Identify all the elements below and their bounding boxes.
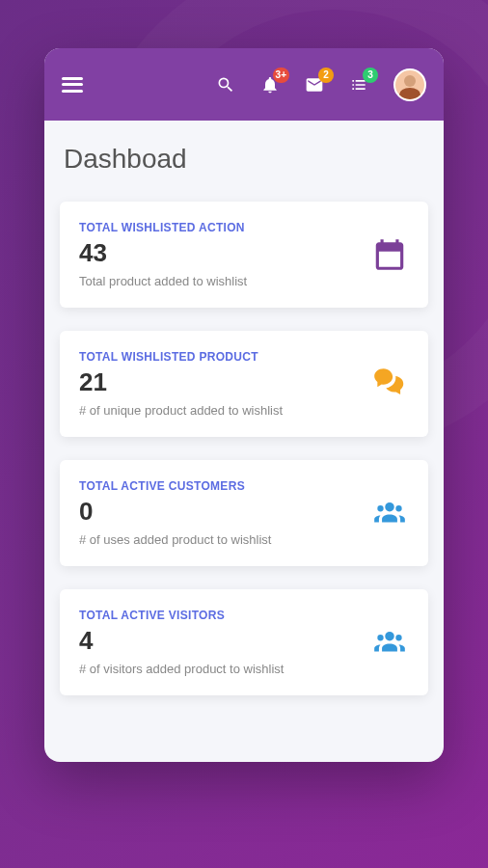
stat-card-active-customers: TOTAL ACTIVE CUSTOMERS 0 # of uses added…: [60, 460, 428, 566]
card-label: TOTAL WISHLISTED PRODUCT: [79, 350, 370, 364]
search-button[interactable]: [216, 75, 235, 95]
comments-icon: [370, 365, 409, 403]
messages-button[interactable]: 2: [305, 75, 324, 95]
card-value: 0: [79, 497, 370, 527]
content-area: Dashboad TOTAL WISHLISTED ACTION 43 Tota…: [44, 121, 444, 762]
notifications-button[interactable]: 3+: [260, 75, 280, 95]
menu-toggle-button[interactable]: [62, 77, 83, 93]
card-description: # of uses added product to wishlist: [79, 532, 370, 547]
notifications-badge: 3+: [273, 68, 289, 83]
search-icon: [216, 75, 235, 95]
topbar-actions: 3+ 2 3: [216, 68, 426, 101]
card-value: 43: [79, 238, 370, 268]
stat-card-wishlisted-action: TOTAL WISHLISTED ACTION 43 Total product…: [60, 202, 428, 308]
card-label: TOTAL ACTIVE CUSTOMERS: [79, 479, 370, 493]
tasks-button[interactable]: 3: [349, 75, 368, 95]
card-label: TOTAL WISHLISTED ACTION: [79, 221, 370, 234]
users-icon: [370, 494, 409, 532]
messages-badge: 2: [318, 68, 334, 83]
stat-card-wishlisted-product: TOTAL WISHLISTED PRODUCT 21 # of unique …: [60, 331, 428, 437]
card-description: # of unique product added to wishlist: [79, 403, 370, 418]
page-title: Dashboad: [64, 144, 428, 175]
topbar: 3+ 2 3: [44, 48, 444, 121]
calendar-icon: [370, 235, 409, 274]
app-container: 3+ 2 3 Dashboad TOTAL WISHLISTED ACTION …: [44, 48, 444, 762]
card-value: 21: [79, 367, 370, 397]
card-description: Total product added to wishlist: [79, 274, 370, 288]
card-description: # of visitors added product to wishlist: [79, 662, 370, 676]
card-value: 4: [79, 626, 370, 656]
stat-card-active-visitors: TOTAL ACTIVE VISITORS 4 # of visitors ad…: [60, 589, 428, 695]
user-avatar[interactable]: [393, 68, 426, 101]
card-label: TOTAL ACTIVE VISITORS: [79, 609, 370, 622]
users-icon: [370, 623, 409, 662]
tasks-badge: 3: [363, 68, 378, 83]
